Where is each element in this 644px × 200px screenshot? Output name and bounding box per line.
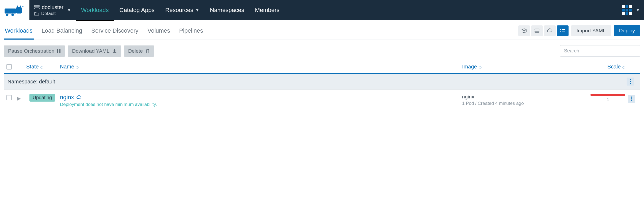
pause-icon bbox=[57, 49, 61, 53]
svg-rect-8 bbox=[35, 5, 39, 7]
search-box bbox=[560, 45, 640, 57]
chevron-down-icon: ▼ bbox=[67, 8, 71, 12]
svg-rect-19 bbox=[535, 29, 539, 30]
stack-icon bbox=[534, 28, 540, 33]
cloud-icon bbox=[76, 95, 82, 100]
page-body: Workloads Load Balancing Service Discove… bbox=[0, 20, 644, 117]
search-input[interactable] bbox=[560, 45, 640, 57]
svg-point-23 bbox=[560, 31, 561, 32]
namespace-group-label: Namespace: default bbox=[7, 79, 55, 85]
rancher-logo-icon bbox=[4, 4, 25, 16]
project-name: Default bbox=[41, 11, 56, 16]
svg-rect-16 bbox=[622, 12, 625, 15]
trash-icon bbox=[146, 49, 150, 53]
tab-volumes[interactable]: Volumes bbox=[147, 27, 170, 34]
nav-workloads[interactable]: Workloads bbox=[76, 0, 114, 20]
view-list-button[interactable] bbox=[557, 25, 569, 36]
nav-catalog-apps[interactable]: Catalog Apps bbox=[114, 0, 160, 20]
scale-health-bar bbox=[590, 94, 625, 96]
svg-rect-7 bbox=[24, 6, 24, 6]
logo-area[interactable] bbox=[0, 0, 29, 20]
svg-rect-15 bbox=[629, 9, 632, 11]
chevron-down-icon[interactable]: ▼ bbox=[636, 8, 640, 12]
cloud-icon bbox=[547, 28, 553, 33]
svg-rect-25 bbox=[57, 49, 58, 53]
col-header-name[interactable]: Name◇ bbox=[60, 64, 462, 70]
scale-count: 1 bbox=[607, 97, 625, 102]
tab-pipelines[interactable]: Pipelines bbox=[179, 27, 203, 34]
view-cube-button[interactable] bbox=[518, 25, 530, 36]
nav-namespaces[interactable]: Namespaces bbox=[204, 0, 249, 20]
list-icon bbox=[560, 29, 565, 33]
col-header-image[interactable]: Image◇ bbox=[462, 64, 580, 70]
svg-rect-17 bbox=[626, 12, 628, 15]
top-header: docluster Default ▼ Workloads Catalog Ap… bbox=[0, 0, 644, 20]
bulk-action-toolbar: Pause Orchestration Download YAML Delete bbox=[4, 45, 640, 57]
svg-rect-11 bbox=[626, 5, 628, 8]
apps-grid-icon[interactable] bbox=[622, 5, 632, 16]
svg-rect-12 bbox=[629, 5, 632, 8]
cluster-selector[interactable]: docluster Default ▼ bbox=[29, 0, 76, 20]
workloads-table: State◇ Name◇ Image◇ Scale◇ Namespace: de… bbox=[4, 60, 640, 112]
workloads-subnav: Workloads Load Balancing Service Discove… bbox=[4, 25, 640, 40]
header-right: ▼ bbox=[617, 0, 644, 20]
nav-members[interactable]: Members bbox=[250, 0, 285, 20]
row-actions-menu[interactable] bbox=[628, 95, 635, 103]
svg-rect-20 bbox=[535, 31, 539, 32]
status-badge: Updating bbox=[29, 94, 55, 102]
expand-row-toggle[interactable]: ▶ bbox=[17, 96, 21, 101]
cube-icon bbox=[521, 28, 527, 33]
svg-rect-9 bbox=[35, 8, 39, 9]
svg-rect-1 bbox=[16, 7, 22, 14]
pause-orchestration-button[interactable]: Pause Orchestration bbox=[4, 45, 65, 57]
tab-load-balancing[interactable]: Load Balancing bbox=[42, 27, 82, 34]
svg-rect-6 bbox=[22, 6, 23, 6]
namespace-actions-menu[interactable] bbox=[627, 78, 634, 86]
workload-image-sub: 1 Pod / Created 4 minutes ago bbox=[462, 101, 580, 106]
view-cloud-button[interactable] bbox=[544, 25, 556, 36]
select-all-checkbox[interactable] bbox=[6, 64, 12, 70]
col-header-state[interactable]: State◇ bbox=[17, 64, 60, 70]
svg-point-4 bbox=[6, 14, 8, 16]
import-yaml-button[interactable]: Import YAML bbox=[571, 25, 611, 36]
view-stack-button[interactable] bbox=[531, 25, 543, 36]
nav-resources[interactable]: Resources▼ bbox=[160, 0, 204, 20]
svg-rect-22 bbox=[562, 29, 565, 30]
row-checkbox[interactable] bbox=[6, 95, 12, 100]
svg-rect-18 bbox=[629, 12, 632, 15]
workload-image: nginx bbox=[462, 94, 580, 100]
svg-rect-24 bbox=[562, 32, 565, 32]
sort-icon: ◇ bbox=[479, 65, 482, 69]
svg-rect-3 bbox=[20, 6, 21, 8]
cluster-icon bbox=[34, 5, 40, 9]
main-nav: Workloads Catalog Apps Resources▼ Namesp… bbox=[76, 0, 285, 20]
workload-status-message: Deployment does not have minimum availab… bbox=[60, 102, 462, 107]
deploy-button[interactable]: Deploy bbox=[614, 25, 640, 36]
svg-rect-2 bbox=[17, 6, 18, 8]
table-header-row: State◇ Name◇ Image◇ Scale◇ bbox=[4, 60, 640, 74]
sort-icon: ◇ bbox=[622, 65, 625, 69]
svg-rect-10 bbox=[622, 5, 625, 8]
svg-point-5 bbox=[11, 14, 14, 16]
svg-rect-13 bbox=[622, 9, 625, 11]
table-row: ▶ Updating nginx Deployment does not hav… bbox=[4, 90, 640, 112]
folder-icon bbox=[34, 12, 39, 16]
svg-point-21 bbox=[560, 29, 561, 30]
delete-button[interactable]: Delete bbox=[124, 45, 154, 57]
svg-rect-14 bbox=[626, 9, 628, 11]
namespace-group-row: Namespace: default bbox=[4, 74, 640, 90]
download-icon bbox=[112, 49, 117, 53]
workload-name-link[interactable]: nginx bbox=[60, 94, 462, 101]
cluster-name: docluster bbox=[42, 4, 63, 10]
svg-rect-26 bbox=[59, 49, 60, 53]
download-yaml-button[interactable]: Download YAML bbox=[68, 45, 121, 57]
sort-icon: ◇ bbox=[76, 65, 79, 69]
view-mode-group bbox=[518, 25, 569, 36]
tab-workloads[interactable]: Workloads bbox=[5, 27, 33, 34]
svg-rect-0 bbox=[5, 9, 16, 14]
tab-service-discovery[interactable]: Service Discovery bbox=[91, 27, 138, 34]
sort-icon: ◇ bbox=[40, 65, 43, 69]
col-header-scale[interactable]: Scale◇ bbox=[580, 64, 625, 70]
chevron-down-icon: ▼ bbox=[196, 8, 199, 12]
